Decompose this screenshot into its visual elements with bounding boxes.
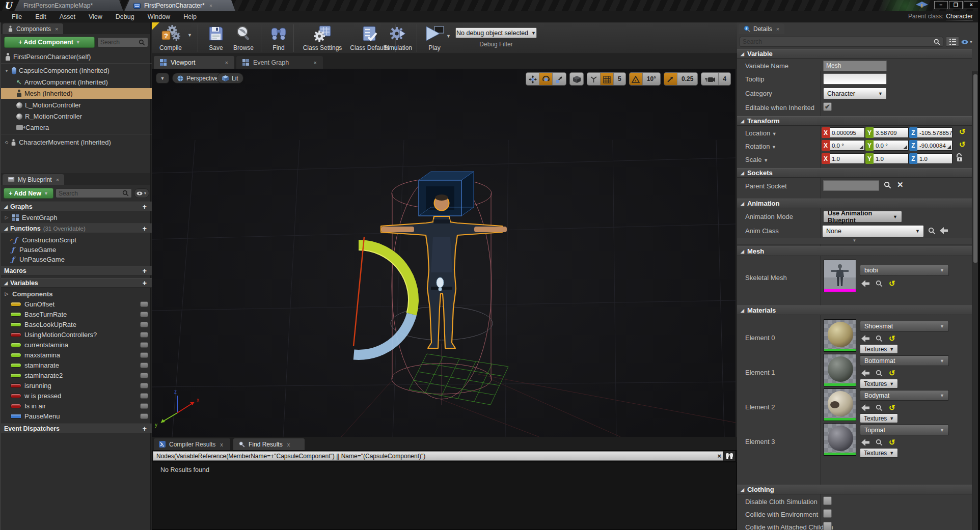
variable-section-header[interactable]: ◢Variable: [737, 49, 972, 59]
location-z-input[interactable]: -105.578857: [917, 127, 952, 138]
details-scrollbar[interactable]: [972, 71, 978, 530]
reset-icon[interactable]: ↺: [889, 279, 895, 288]
menu-debug[interactable]: Debug: [109, 13, 141, 20]
variables-header[interactable]: ◢Variables+: [1, 278, 152, 288]
compile-button[interactable]: ? Compile: [155, 24, 186, 51]
tab-details[interactable]: i Details ×: [739, 23, 784, 34]
material-2-textures-button[interactable]: Textures▼: [860, 413, 898, 423]
search-input[interactable]: [59, 190, 122, 197]
material-1-textures-button[interactable]: Textures▼: [860, 379, 898, 388]
add-macro-button[interactable]: +: [143, 267, 149, 275]
compile-options-caret[interactable]: ▼: [187, 33, 192, 38]
collide-environment-checkbox[interactable]: [823, 509, 832, 518]
reset-rotation-icon[interactable]: ↺: [959, 140, 966, 149]
viewport-options-button[interactable]: ▼: [156, 73, 169, 83]
material-0-thumbnail[interactable]: [824, 319, 856, 352]
socket-search-icon[interactable]: [884, 181, 891, 189]
material-2-dropdown[interactable]: Bodymat▼: [860, 390, 949, 401]
skeletal-mesh-thumbnail[interactable]: [824, 260, 856, 292]
clear-query-icon[interactable]: ×: [717, 452, 721, 460]
scale-tool-button[interactable]: [553, 73, 566, 86]
variable-row[interactable]: BaseTurnRate: [1, 310, 152, 319]
eye-closed-icon[interactable]: [140, 342, 148, 348]
rotation-snap-value[interactable]: 10°: [643, 73, 660, 85]
reset-location-icon[interactable]: ↺: [959, 127, 966, 136]
menu-asset[interactable]: Asset: [53, 13, 82, 20]
perspective-button[interactable]: Perspective: [172, 73, 224, 83]
menu-window[interactable]: Window: [141, 13, 177, 20]
location-label[interactable]: Location ▼: [745, 129, 777, 137]
save-button[interactable]: Save: [204, 24, 228, 51]
material-3-thumbnail[interactable]: [824, 423, 856, 456]
scrollbar-thumb[interactable]: [973, 74, 977, 263]
use-selected-icon[interactable]: [861, 404, 869, 411]
location-y-input[interactable]: 3.58709: [874, 127, 909, 138]
search-input[interactable]: [743, 38, 934, 45]
menu-help[interactable]: Help: [177, 13, 203, 20]
visibility-filter-button[interactable]: ▼: [134, 188, 149, 198]
tree-item-charactermovement[interactable]: ◇ CharacterMovement (Inherited): [1, 137, 152, 148]
close-icon[interactable]: ×: [225, 60, 228, 66]
minimize-button[interactable]: −: [934, 1, 948, 9]
materials-section-header[interactable]: ◢Materials: [737, 305, 972, 315]
tooltip-input[interactable]: [823, 73, 887, 85]
skeletal-mesh-dropdown[interactable]: biobi ▼: [860, 265, 949, 276]
rotation-snap-toggle[interactable]: [630, 73, 643, 86]
eye-closed-icon[interactable]: [140, 301, 148, 307]
scale-label[interactable]: Scale ▼: [745, 156, 768, 163]
variable-row[interactable]: UsingMotionControllers?: [1, 330, 152, 339]
menu-view[interactable]: View: [82, 13, 109, 20]
add-variable-button[interactable]: +: [143, 279, 149, 287]
lit-button[interactable]: Lit: [217, 73, 243, 83]
variable-row[interactable]: BaseLookUpRate: [1, 320, 152, 329]
material-2-thumbnail[interactable]: [824, 388, 856, 421]
close-icon[interactable]: ×: [56, 177, 59, 183]
parent-class-link[interactable]: Character: [946, 13, 973, 20]
tab-components[interactable]: Components ×: [3, 23, 63, 34]
close-icon[interactable]: ×: [776, 26, 779, 32]
rotation-x-input[interactable]: 0.0 °: [830, 140, 865, 151]
eventgraph-item[interactable]: ▷ EventGraph: [1, 213, 152, 222]
details-search[interactable]: [740, 37, 943, 47]
functions-header[interactable]: ◢Functions(31 Overridable)+: [1, 224, 152, 233]
rotation-y-input[interactable]: 0.0 °: [874, 140, 909, 151]
reset-icon[interactable]: ↺: [889, 403, 895, 412]
eye-closed-icon[interactable]: [140, 352, 148, 358]
tab-viewport[interactable]: Viewport ×: [154, 56, 234, 69]
add-component-button[interactable]: + Add Component▼: [4, 37, 95, 48]
add-new-button[interactable]: + Add New▼: [4, 188, 53, 199]
material-1-dropdown[interactable]: Bottommat▼: [860, 355, 949, 366]
asset-tab-map[interactable]: FirstPersonExampleMap*: [14, 0, 123, 11]
close-icon[interactable]: x: [287, 441, 290, 448]
disable-cloth-checkbox[interactable]: [823, 496, 832, 505]
animation-mode-dropdown[interactable]: Use Animation Blueprint ▼: [823, 211, 902, 222]
transform-section-header[interactable]: ◢Transform: [737, 116, 972, 126]
tab-compiler-results[interactable]: Compiler Results x: [154, 438, 230, 450]
sockets-section-header[interactable]: ◢Sockets: [737, 168, 972, 178]
myblueprint-search[interactable]: [56, 188, 132, 198]
variable-row[interactable]: isrunning: [1, 381, 152, 390]
browse-to-icon[interactable]: [876, 404, 883, 411]
find-query-input[interactable]: [153, 451, 728, 461]
variable-row[interactable]: PauseMenu: [1, 411, 152, 421]
components-variable-group[interactable]: ▷Components: [1, 289, 152, 298]
variable-row[interactable]: staminarate2: [1, 371, 152, 380]
play-options-caret[interactable]: ▼: [446, 34, 451, 39]
tree-item-self[interactable]: FirstPersonCharacter(self): [1, 51, 152, 62]
scale-y-input[interactable]: 1.0: [874, 153, 909, 164]
close-button[interactable]: ×: [964, 1, 979, 9]
tree-item-r-motioncontroller[interactable]: R_MotionController: [1, 111, 152, 122]
viewport-3d[interactable]: x y z ▼ Perspective Lit 5 10° 0.25: [152, 69, 736, 437]
asset-tab-character[interactable]: FirstPersonCharacter* ×: [124, 0, 235, 11]
axis-widget-button[interactable]: [587, 73, 601, 86]
variable-row[interactable]: w is pressed: [1, 391, 152, 400]
reset-icon[interactable]: ↺: [889, 438, 895, 447]
anim-class-use-selected-icon[interactable]: [940, 227, 948, 234]
expander-icon[interactable]: ▾: [4, 68, 9, 73]
debug-object-dropdown[interactable]: No debug object selected▼: [455, 27, 537, 38]
rotation-z-input[interactable]: -90.00084: [917, 140, 952, 151]
eye-closed-icon[interactable]: [140, 393, 148, 399]
camera-speed-icon[interactable]: [701, 73, 719, 86]
grid-snap-toggle[interactable]: [601, 73, 614, 86]
add-dispatcher-button[interactable]: +: [143, 425, 149, 433]
